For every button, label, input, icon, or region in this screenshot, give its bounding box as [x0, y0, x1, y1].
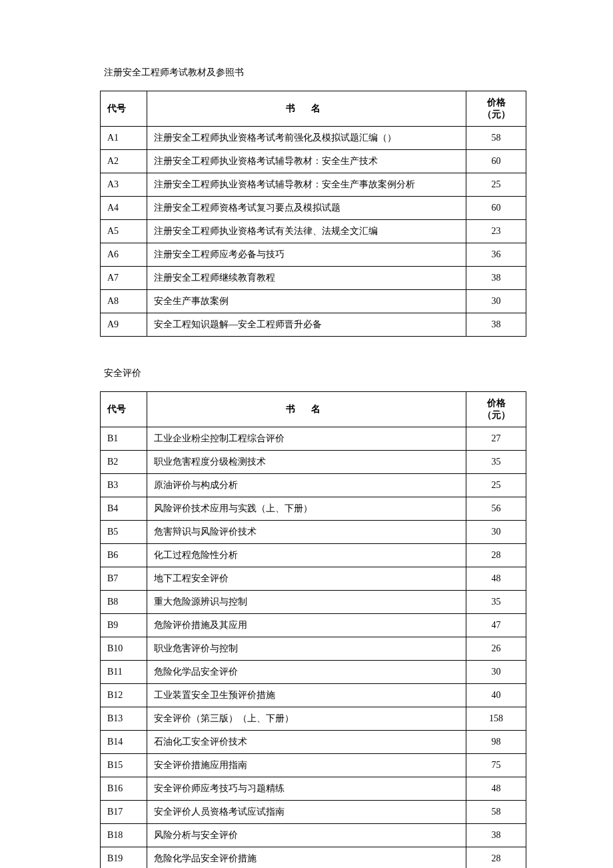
table-row: B18风险分析与安全评价38 — [101, 824, 526, 847]
cell-price: 58 — [466, 127, 526, 150]
cell-price: 28 — [466, 847, 526, 869]
cell-code: B11 — [101, 661, 147, 684]
cell-price: 35 — [466, 451, 526, 474]
cell-name: 注册安全工程师执业资格考试有关法律、法规全文汇编 — [147, 220, 466, 243]
table-row: B8重大危险源辨识与控制35 — [101, 591, 526, 614]
cell-code: A3 — [101, 173, 147, 197]
cell-price: 47 — [466, 614, 526, 637]
cell-name: 风险评价技术应用与实践（上、下册） — [147, 497, 466, 521]
cell-code: B13 — [101, 707, 147, 731]
cell-price: 30 — [466, 661, 526, 684]
cell-price: 27 — [466, 427, 526, 451]
table-row: A9安全工程知识题解—安全工程师晋升必备38 — [101, 313, 526, 337]
table-row: A2注册安全工程师执业资格考试辅导教材：安全生产技术60 — [101, 150, 526, 173]
cell-price: 98 — [466, 731, 526, 754]
document-page: 注册安全工程师考试教材及参照书 代号 书 名 价格（元） A1注册安全工程师执业… — [0, 0, 613, 868]
table-row: B12工业装置安全卫生预评价措施40 — [101, 684, 526, 707]
table-row: A4注册安全工程师资格考试复习要点及模拟试题60 — [101, 197, 526, 220]
table-row: B2职业危害程度分级检测技术35 — [101, 451, 526, 474]
table-row: B17安全评价人员资格考试应试指南58 — [101, 801, 526, 824]
cell-name: 石油化工安全评价技术 — [147, 731, 466, 754]
cell-code: B8 — [101, 591, 147, 614]
cell-name: 地下工程安全评价 — [147, 567, 466, 591]
table-header-row: 代号 书 名 价格（元） — [101, 91, 526, 127]
cell-name: 安全评价（第三版）（上、下册） — [147, 707, 466, 731]
table-row: B1工业企业粉尘控制工程综合评价27 — [101, 427, 526, 451]
cell-code: B1 — [101, 427, 147, 451]
table-row: B16安全评价师应考技巧与习题精练48 — [101, 777, 526, 801]
cell-code: A2 — [101, 150, 147, 173]
cell-name: 化工过程危险性分析 — [147, 544, 466, 567]
header-name: 书 名 — [147, 91, 466, 127]
cell-name: 注册安全工程师继续教育教程 — [147, 267, 466, 290]
cell-price: 158 — [466, 707, 526, 731]
cell-code: A4 — [101, 197, 147, 220]
cell-price: 56 — [466, 497, 526, 521]
cell-price: 75 — [466, 754, 526, 777]
cell-name: 重大危险源辨识与控制 — [147, 591, 466, 614]
table-row: B4风险评价技术应用与实践（上、下册）56 — [101, 497, 526, 521]
cell-code: B2 — [101, 451, 147, 474]
cell-code: B9 — [101, 614, 147, 637]
cell-price: 60 — [466, 150, 526, 173]
cell-code: B16 — [101, 777, 147, 801]
table-row: B7地下工程安全评价48 — [101, 567, 526, 591]
cell-code: B18 — [101, 824, 147, 847]
cell-price: 26 — [466, 637, 526, 661]
cell-price: 38 — [466, 313, 526, 337]
table-row: A8安全生产事故案例30 — [101, 290, 526, 313]
book-table-2: 代号 书 名 价格（元） B1工业企业粉尘控制工程综合评价27 B2职业危害程度… — [100, 391, 526, 868]
table-row: A5注册安全工程师执业资格考试有关法律、法规全文汇编23 — [101, 220, 526, 243]
cell-name: 职业危害评价与控制 — [147, 637, 466, 661]
table-row: B14石油化工安全评价技术98 — [101, 731, 526, 754]
cell-name: 危险评价措施及其应用 — [147, 614, 466, 637]
cell-name: 注册安全工程师执业资格考试辅导教材：安全生产技术 — [147, 150, 466, 173]
cell-code: B4 — [101, 497, 147, 521]
table-row: B6化工过程危险性分析28 — [101, 544, 526, 567]
cell-code: B12 — [101, 684, 147, 707]
table-row: B9危险评价措施及其应用47 — [101, 614, 526, 637]
cell-code: A9 — [101, 313, 147, 337]
cell-code: A7 — [101, 267, 147, 290]
cell-price: 35 — [466, 591, 526, 614]
cell-name: 安全工程知识题解—安全工程师晋升必备 — [147, 313, 466, 337]
cell-price: 25 — [466, 474, 526, 497]
header-code: 代号 — [101, 392, 147, 427]
cell-name: 原油评价与构成分析 — [147, 474, 466, 497]
cell-name: 工业装置安全卫生预评价措施 — [147, 684, 466, 707]
table-row: B3原油评价与构成分析25 — [101, 474, 526, 497]
cell-code: B14 — [101, 731, 147, 754]
cell-price: 23 — [466, 220, 526, 243]
cell-name: 安全生产事故案例 — [147, 290, 466, 313]
cell-name: 危险化学品安全评价 — [147, 661, 466, 684]
cell-code: A5 — [101, 220, 147, 243]
cell-code: B5 — [101, 521, 147, 544]
book-table-1: 代号 书 名 价格（元） A1注册安全工程师执业资格考试考前强化及模拟试题汇编（… — [100, 91, 526, 337]
cell-name: 职业危害程度分级检测技术 — [147, 451, 466, 474]
table-row: A7注册安全工程师继续教育教程38 — [101, 267, 526, 290]
cell-price: 25 — [466, 173, 526, 197]
cell-price: 30 — [466, 290, 526, 313]
cell-name: 注册安全工程师资格考试复习要点及模拟试题 — [147, 197, 466, 220]
cell-code: B15 — [101, 754, 147, 777]
section-spacer — [100, 337, 526, 367]
table-row: B19危险化学品安全评价措施28 — [101, 847, 526, 869]
header-price: 价格（元） — [466, 91, 526, 127]
table-row: A6注册安全工程师应考必备与技巧36 — [101, 243, 526, 267]
cell-name: 危害辩识与风险评价技术 — [147, 521, 466, 544]
table-row: B15安全评价措施应用指南75 — [101, 754, 526, 777]
header-name: 书 名 — [147, 392, 466, 427]
table-row: B11危险化学品安全评价30 — [101, 661, 526, 684]
cell-name: 注册安全工程师执业资格考试考前强化及模拟试题汇编（） — [147, 127, 466, 150]
cell-code: A6 — [101, 243, 147, 267]
cell-name: 安全评价人员资格考试应试指南 — [147, 801, 466, 824]
cell-price: 28 — [466, 544, 526, 567]
cell-code: B7 — [101, 567, 147, 591]
section-title-2: 安全评价 — [100, 367, 526, 379]
table-header-row: 代号 书 名 价格（元） — [101, 392, 526, 427]
table-row: B5危害辩识与风险评价技术30 — [101, 521, 526, 544]
cell-price: 30 — [466, 521, 526, 544]
cell-code: B19 — [101, 847, 147, 869]
cell-price: 60 — [466, 197, 526, 220]
cell-name: 工业企业粉尘控制工程综合评价 — [147, 427, 466, 451]
